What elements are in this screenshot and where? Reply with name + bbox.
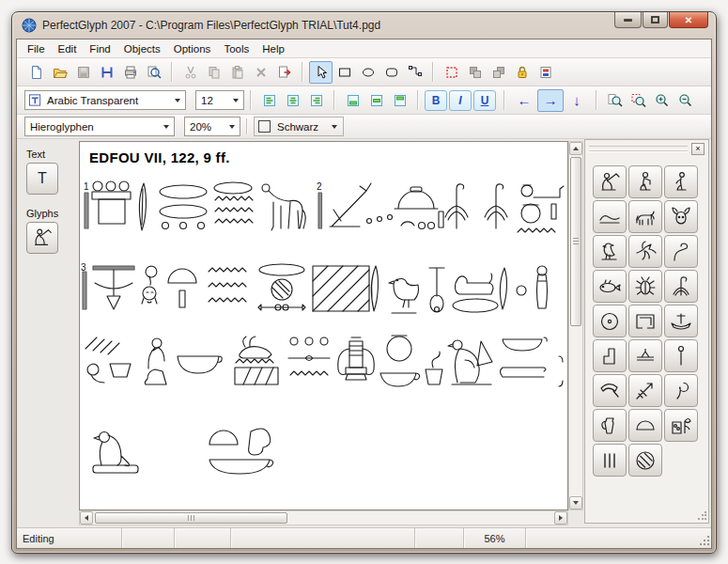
palette-glyph-hill-of-land[interactable]	[593, 200, 627, 233]
palette-glyph-kneeling-man-arm-raised[interactable]	[628, 165, 662, 198]
copy-button[interactable]	[202, 61, 225, 84]
glyphs-tool-button[interactable]	[26, 222, 58, 254]
zoom-region-button[interactable]	[627, 89, 650, 112]
palette-glyph-hatched-circle[interactable]	[628, 444, 662, 477]
zoom-page-button[interactable]	[603, 89, 627, 112]
new-document-button[interactable]	[24, 61, 48, 84]
scroll-up-button[interactable]	[569, 142, 582, 155]
font-size-dropdown-arrow[interactable]	[233, 99, 239, 102]
bold-button[interactable]: B	[425, 90, 447, 111]
direction-left-button[interactable]: ←	[511, 89, 537, 112]
maximize-button[interactable]	[643, 12, 668, 28]
palette-glyph-staff-with-knob[interactable]	[664, 339, 698, 372]
ungroup-button[interactable]	[487, 61, 510, 84]
save-button[interactable]	[71, 61, 95, 84]
connector-tool-button[interactable]	[403, 61, 426, 84]
palette-glyph-flying-duck[interactable]	[628, 235, 662, 268]
horizontal-scroll-thumb[interactable]	[95, 512, 287, 524]
palette-glyph-enclosure[interactable]	[628, 305, 662, 337]
palette-glyph-sun-disk[interactable]	[593, 305, 627, 337]
italic-button[interactable]: I	[449, 90, 472, 111]
valign-bottom-button[interactable]	[341, 89, 364, 112]
palette-glyph-arrow[interactable]	[628, 374, 662, 407]
palette-glyph-basket-with-flower[interactable]	[664, 409, 698, 442]
align-right-button[interactable]	[304, 89, 328, 112]
paste-button[interactable]	[225, 61, 249, 84]
status-mode: Editing	[17, 528, 122, 548]
vertical-scroll-thumb[interactable]	[570, 157, 581, 326]
menu-help[interactable]: Help	[256, 41, 291, 56]
rectangle-tool-button[interactable]	[333, 61, 356, 84]
palette-glyph-boat[interactable]	[664, 305, 698, 337]
scroll-down-button[interactable]	[569, 496, 582, 509]
zoom-level-combo[interactable]: 20%	[184, 117, 240, 136]
underline-button[interactable]: U	[473, 90, 496, 111]
font-dropdown-arrow[interactable]	[175, 99, 180, 102]
glyphset-dropdown-arrow[interactable]	[163, 125, 169, 129]
palette-glyph-bull-head[interactable]	[664, 200, 698, 233]
lock-button[interactable]	[510, 61, 534, 84]
glyphset-combo[interactable]: Hieroglyphen	[24, 117, 175, 136]
font-combo[interactable]: Arabic Transparent	[24, 90, 186, 110]
canvas-vertical-scrollbar[interactable]	[568, 141, 583, 510]
palette-glyph-water-jug[interactable]	[593, 409, 627, 442]
titlebar[interactable]: PerfectGlyph 2007 - C:\Program Files\Per…	[12, 12, 716, 39]
document-canvas[interactable]: EDFOU VII, 122, 9 ff. 1 2 3	[79, 141, 568, 510]
minimize-button[interactable]	[614, 12, 642, 28]
close-button[interactable]: ✕	[669, 12, 708, 28]
palette-glyph-snake[interactable]	[664, 235, 698, 268]
menu-tools[interactable]: Tools	[217, 41, 256, 56]
menu-options[interactable]: Options	[167, 41, 218, 56]
palette-grip[interactable]: ×	[589, 144, 705, 155]
valign-middle-button[interactable]	[364, 89, 388, 112]
valign-top-button[interactable]	[388, 89, 411, 112]
palette-glyph-eagle[interactable]	[593, 235, 627, 268]
palette-glyph-plant-with-crook[interactable]	[664, 270, 698, 303]
palette-glyph-sickle[interactable]	[593, 374, 627, 407]
text-tool-button[interactable]: T	[26, 163, 58, 195]
scroll-right-button[interactable]	[554, 511, 567, 525]
color-combo[interactable]: Schwarz	[254, 117, 344, 136]
menu-file[interactable]: File	[21, 41, 52, 56]
open-button[interactable]	[48, 61, 71, 84]
menu-objects[interactable]: Objects	[117, 41, 167, 56]
page-setup-button[interactable]	[95, 61, 118, 84]
color-dropdown-arrow[interactable]	[332, 125, 337, 129]
zoom-out-button[interactable]	[674, 89, 697, 112]
palette-glyph-kneeling-man-offering[interactable]	[664, 165, 698, 198]
export-button[interactable]	[272, 61, 296, 84]
arrow-icon	[633, 379, 658, 403]
palette-glyph-three-strokes[interactable]	[593, 444, 627, 477]
align-left-button[interactable]	[257, 89, 281, 112]
group-button[interactable]	[463, 61, 487, 84]
print-button[interactable]	[118, 61, 142, 84]
menu-find[interactable]: Find	[83, 41, 116, 56]
direction-right-button[interactable]: →	[537, 89, 564, 112]
align-center-button[interactable]	[281, 89, 304, 112]
direction-down-button[interactable]: ↓	[564, 89, 590, 112]
cut-button[interactable]	[178, 61, 202, 84]
menu-edit[interactable]: Edit	[52, 41, 84, 56]
protect-button[interactable]	[534, 61, 557, 84]
zoom-dropdown-arrow[interactable]	[229, 125, 235, 129]
zoom-in-button[interactable]	[650, 89, 674, 112]
palette-glyph-seated-man-with-flail[interactable]	[593, 165, 627, 198]
ellipse-tool-button[interactable]	[356, 61, 379, 84]
palette-glyph-scarab-beetle[interactable]	[628, 270, 662, 303]
palette-glyph-stairway-corner[interactable]	[593, 339, 627, 372]
select-region-button[interactable]	[440, 61, 463, 84]
palette-glyph-bull[interactable]	[628, 200, 662, 233]
rounded-rectangle-tool-button[interactable]	[379, 61, 403, 84]
palette-close-button[interactable]: ×	[691, 143, 705, 155]
canvas-horizontal-scrollbar[interactable]	[79, 510, 568, 525]
palette-glyph-fish[interactable]	[593, 270, 627, 303]
palette-glyph-platform-with-plummet[interactable]	[628, 339, 662, 372]
palette-glyph-bread-loaf[interactable]	[628, 409, 662, 442]
palette-glyph-rope-coil[interactable]	[664, 374, 698, 407]
resize-grip[interactable]	[698, 535, 709, 546]
font-size-combo[interactable]: 12	[195, 90, 244, 110]
pointer-tool-button[interactable]	[309, 61, 333, 84]
scroll-left-button[interactable]	[80, 511, 93, 525]
print-preview-button[interactable]	[142, 61, 165, 84]
delete-button[interactable]	[249, 61, 272, 84]
